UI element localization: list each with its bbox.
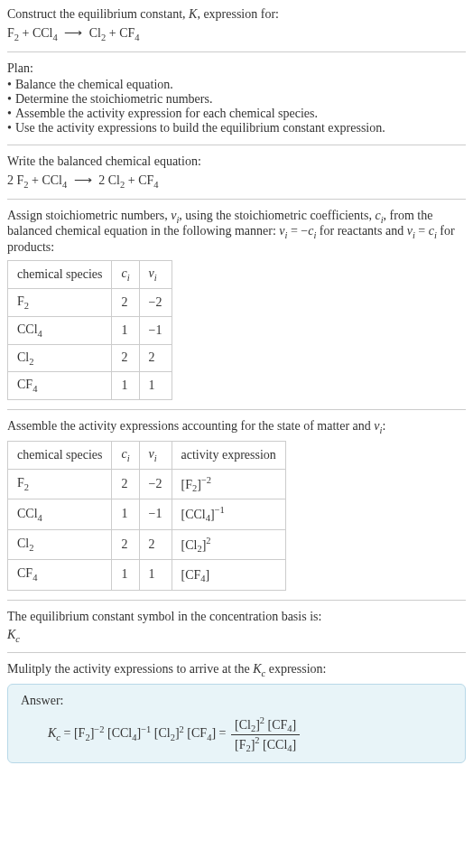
table-row: CCl4 1 −1 [CCl4]−1 — [8, 499, 286, 529]
eq-sub: 4 — [153, 180, 158, 190]
kc-symbol: Kc — [7, 628, 466, 644]
text-part: : — [382, 419, 385, 433]
header-sub: i — [154, 273, 157, 283]
cell-sub: 4 — [38, 329, 42, 339]
cell-text: F — [17, 294, 24, 308]
text-part: for reactants and — [316, 224, 406, 238]
eq-part: + CCl — [29, 173, 62, 187]
table-cell: −1 — [139, 316, 172, 344]
table-header: ci — [112, 261, 139, 289]
plan-item: •Assemble the activity expression for ea… — [7, 107, 466, 121]
stoich-table: chemical species ci νi F2 2 −2 CCl4 1 −1… — [7, 260, 172, 400]
kc-K: K — [48, 726, 56, 740]
cell-text: CCl — [17, 322, 38, 336]
table-row: CF4 1 1 — [8, 372, 172, 400]
eq-part: 2 F — [7, 173, 23, 187]
intro-K: K — [189, 7, 197, 21]
balanced-title: Write the balanced chemical equation: — [7, 154, 466, 169]
term: [F — [235, 737, 246, 751]
header-text: chemical species — [17, 448, 102, 462]
divider — [7, 652, 466, 653]
term: [CF — [264, 718, 287, 732]
table-cell: CF4 — [8, 372, 112, 400]
table-cell: −2 — [139, 469, 172, 499]
table-cell: Cl2 — [8, 529, 112, 559]
kc-symbol-section: The equilibrium constant symbol in the c… — [7, 610, 466, 644]
plan-section: Plan: •Balance the chemical equation. •D… — [7, 61, 466, 135]
activity-section: Assemble the activity expressions accoun… — [7, 419, 466, 590]
table-row: Cl2 2 2 — [8, 344, 172, 372]
cell-sub: 2 — [29, 356, 33, 366]
table-row: Cl2 2 2 [Cl2]2 — [8, 529, 286, 559]
table-cell: 2 — [112, 288, 139, 316]
header-sub: i — [127, 453, 130, 463]
cell-text: CF — [17, 378, 32, 391]
intro-text-part: Construct the equilibrium constant, — [7, 7, 189, 21]
answer-box: Answer: Kc = [F2]−2 [CCl4]−1 [Cl2]2 [CF4… — [7, 684, 466, 763]
kc-expression: Kc = [F2]−2 [CCl4]−1 [Cl2]2 [CF4] = [Cl2… — [21, 715, 452, 753]
header-text: chemical species — [17, 267, 102, 281]
table-cell: 2 — [112, 469, 139, 499]
intro-section: Construct the equilibrium constant, K, e… — [7, 7, 466, 42]
cell-text: ] — [206, 568, 210, 582]
table-cell: −2 — [139, 288, 172, 316]
term-sup: −1 — [141, 724, 151, 734]
cell-text: [Cl — [181, 537, 198, 551]
denominator: [F2]2 [CCl4] — [231, 735, 300, 753]
bullet-icon: • — [7, 92, 12, 107]
eq-part: F — [7, 26, 14, 40]
text-part: Assign stoichiometric numbers, — [7, 209, 171, 222]
multiply-text: Mulitply the activity expressions to arr… — [7, 662, 466, 678]
kc-K: K — [7, 628, 15, 641]
cell-sub: 2 — [24, 301, 29, 311]
eq-sub: 4 — [134, 33, 139, 42]
term: [CCl — [104, 726, 132, 740]
term: ] — [292, 718, 297, 732]
table-row: CF4 1 1 [CF4] — [8, 560, 286, 590]
cell-sub: 2 — [24, 482, 29, 492]
eq-part: 2 Cl — [98, 173, 120, 187]
cell-text: CCl — [17, 507, 38, 520]
balanced-equation: 2 F2 + CCl4 ⟶ 2 Cl2 + CF4 — [7, 173, 466, 190]
table-cell: 1 — [139, 560, 172, 590]
text-part: Assemble the activity expressions accoun… — [7, 419, 374, 433]
table-header: ci — [112, 441, 139, 469]
cell-text: F — [17, 476, 24, 490]
cell-text: [CF — [181, 568, 201, 582]
term: [CCl — [260, 737, 288, 751]
cell-sub: 4 — [32, 573, 37, 583]
eq-part: + CCl — [19, 26, 52, 40]
term-sup: −2 — [94, 724, 104, 734]
text-part: , using the stoichiometric coefficients, — [179, 209, 375, 222]
divider — [7, 600, 466, 601]
table-row: CCl4 1 −1 — [8, 316, 172, 344]
table-cell: −1 — [139, 499, 172, 529]
bullet-icon: • — [7, 121, 12, 135]
divider — [7, 51, 466, 52]
eq-sub: 4 — [53, 33, 58, 42]
table-cell: 1 — [112, 499, 139, 529]
cell-text: Cl — [17, 350, 29, 364]
table-cell: CCl4 — [8, 499, 112, 529]
plan-item: •Determine the stoichiometric numbers. — [7, 92, 466, 107]
plan-item-text: Use the activity expressions to build th… — [15, 121, 385, 135]
term: [Cl — [235, 718, 251, 732]
table-cell: [CCl4]−1 — [172, 499, 285, 529]
header-sub: i — [127, 273, 130, 283]
table-row: F2 2 −2 — [8, 288, 172, 316]
eq-sign: = — [216, 726, 229, 740]
table-cell: 1 — [112, 316, 139, 344]
term: [F — [74, 726, 85, 740]
cell-text: [F — [181, 477, 192, 490]
table-cell: 2 — [139, 529, 172, 559]
balanced-section: Write the balanced chemical equation: 2 … — [7, 154, 466, 190]
cell-sub: 4 — [38, 512, 42, 522]
stoich-text: Assign stoichiometric numbers, νi, using… — [7, 209, 466, 256]
table-header: νi — [139, 261, 172, 289]
cell-sup: 2 — [206, 536, 210, 546]
divider — [7, 199, 466, 200]
kc-K: K — [253, 662, 261, 676]
table-cell: 2 — [139, 344, 172, 372]
eq-sub: 4 — [62, 180, 67, 190]
table-cell: 1 — [112, 560, 139, 590]
